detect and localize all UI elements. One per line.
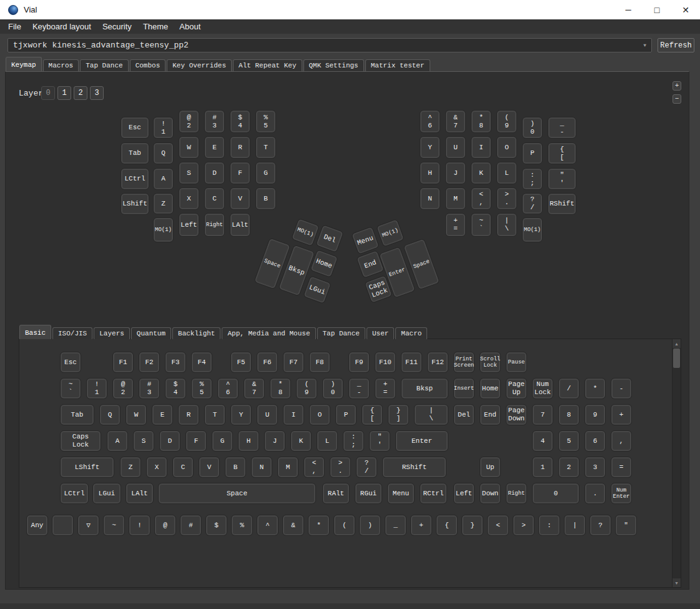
key-end[interactable]: End [480,404,501,425]
key-blank[interactable]: ? / [356,457,377,478]
key-6[interactable]: 6 [584,430,606,452]
key-f8[interactable]: F8 [309,352,330,373]
key-space[interactable]: Space [158,483,316,504]
palette-tab-quantum[interactable]: Quantum [131,327,171,339]
key-3[interactable]: # 3 [139,378,160,399]
key-blank[interactable]: | \ [496,213,517,237]
key-a[interactable]: A [107,430,128,452]
key-6[interactable]: ^ 6 [217,378,239,399]
key-lctrl[interactable]: LCtrl [60,483,89,504]
key-del[interactable]: Del [453,404,475,425]
key-7[interactable]: & 7 [244,378,265,399]
menu-security[interactable]: Security [97,19,137,34]
palette-scrollbar[interactable]: ▲ ▼ [672,339,681,587]
key-blank[interactable]: " ' [369,430,390,452]
key-blank[interactable]: * [584,378,606,399]
key-4[interactable]: $ 4 [165,378,186,399]
key-lgui[interactable]: LGui [92,483,121,504]
key-blank[interactable]: { [ [362,404,383,425]
key-blank[interactable]: < , [303,457,325,478]
key-m[interactable]: M [445,187,466,210]
key-t[interactable]: T [255,136,276,159]
key-r[interactable]: R [178,404,199,425]
key-p[interactable]: P [522,142,543,164]
key-blank[interactable]: & [282,515,304,536]
key-f1[interactable]: F1 [112,352,134,373]
key-blank[interactable]: ^ [257,515,279,536]
key-lalt[interactable]: LAlt [230,213,250,237]
key-rshift[interactable]: RShift [548,193,576,215]
key-q[interactable]: Q [153,142,174,164]
menu-theme[interactable]: Theme [137,19,174,34]
key-blank[interactable]: + [410,515,432,536]
key-blank[interactable]: ~ ` [60,378,81,399]
key-0[interactable]: 0 [532,483,579,504]
key-scroll-lock[interactable]: Scroll Lock [480,352,501,373]
key-blank[interactable]: > . [496,187,517,210]
palette-tab-tap-dance[interactable]: Tap Dance [317,327,365,339]
key-blank[interactable]: | [564,515,586,536]
key-f4[interactable]: F4 [191,352,212,373]
maximize-button[interactable]: □ [643,0,671,19]
key-caps-lock[interactable]: Caps Lock [60,430,101,452]
key-blank[interactable]: + = [375,378,396,399]
key-up[interactable]: Up [480,457,501,478]
key-z[interactable]: Z [153,193,174,214]
key-y[interactable]: Y [230,404,252,425]
key-blank[interactable]: . [584,483,606,504]
key-n[interactable]: N [420,187,440,210]
tab-key-overrides[interactable]: Key Overrides [167,59,232,71]
key-0[interactable]: ) 0 [322,378,343,399]
layer-button-1[interactable]: 1 [57,86,71,100]
key-rctrl[interactable]: RCtrl [420,483,447,504]
key-c[interactable]: C [172,457,194,478]
key-f[interactable]: F [230,162,250,184]
key-w[interactable]: W [126,404,147,425]
palette-tab-backlight[interactable]: Backlight [172,327,220,339]
zoom-in-button[interactable]: + [673,81,681,91]
palette-tab-macro[interactable]: Macro [395,327,427,339]
key-blank[interactable]: + [611,404,632,425]
key-blank[interactable]: < , [471,187,491,210]
key-blank[interactable]: | \ [414,404,448,425]
key-a[interactable]: A [153,168,174,190]
key-blank[interactable]: @ [154,515,176,536]
key-x[interactable]: X [179,187,199,210]
key-i[interactable]: I [471,136,491,159]
palette-tab-app-media-and-mouse[interactable]: App, Media and Mouse [222,327,315,339]
key-f2[interactable]: F2 [139,352,160,373]
key-lctrl[interactable]: LCtrl [121,168,149,190]
key-num-enter[interactable]: Num Enter [611,483,632,504]
key-blank[interactable]: $ [205,515,227,536]
key-l[interactable]: L [317,430,338,452]
key-blank[interactable]: " ' [548,168,576,190]
key-f12[interactable]: F12 [427,352,448,373]
key-4[interactable]: $ 4 [230,110,250,133]
key-p[interactable]: P [335,404,357,425]
tab-matrix-tester[interactable]: Matrix tester [365,59,430,71]
key-7[interactable]: & 7 [445,110,466,133]
menu-about[interactable]: About [174,19,206,34]
key-o[interactable]: O [309,404,330,425]
key-u[interactable]: U [445,136,466,159]
palette-tab-user[interactable]: User [367,327,394,339]
key-blank[interactable]: { [436,515,458,536]
key-k[interactable]: K [471,162,491,184]
key-r[interactable]: R [230,136,250,159]
key-esc[interactable]: Esc [121,117,149,139]
tab-macros[interactable]: Macros [43,59,79,71]
key-t[interactable]: T [204,404,225,425]
key-q[interactable]: Q [99,404,121,425]
key-rgui[interactable]: RGui [355,483,382,504]
key-k[interactable]: K [290,430,312,452]
key-7[interactable]: 7 [532,404,553,425]
palette-tab-basic[interactable]: Basic [19,325,51,339]
key-blank[interactable]: , [611,430,632,452]
key-blank[interactable]: ( [333,515,355,536]
key-mo-1[interactable]: MO(1) [153,217,174,242]
key-blank[interactable]: " [615,515,637,536]
key-blank[interactable]: + = [445,213,466,237]
key-l[interactable]: L [496,162,517,184]
key-num-lock[interactable]: Num Lock [532,378,553,399]
key-mo-1[interactable]: MO(1) [522,217,543,242]
